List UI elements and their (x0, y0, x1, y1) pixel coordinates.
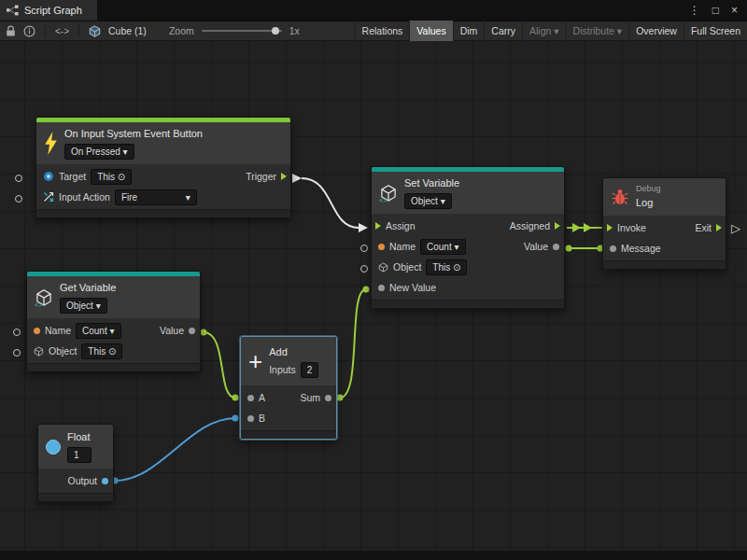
wire-endpoint (337, 395, 344, 401)
float-icon (46, 440, 61, 455)
variable-scope-dropdown[interactable]: Object ▾ (404, 193, 452, 209)
sum-port-dot[interactable] (325, 395, 331, 401)
value-port-dot[interactable] (553, 244, 559, 250)
dim-button[interactable]: Dim (453, 21, 485, 41)
node-title: Float (67, 430, 90, 444)
name-row: Name Count ▾ Value (372, 236, 564, 257)
zoom-label: Zoom (169, 25, 194, 36)
input-action-row: Input Action Fire ▾ (36, 187, 290, 207)
assigned-port[interactable] (555, 222, 560, 230)
trigger-port[interactable] (281, 173, 287, 180)
setvar-object-port[interactable] (360, 265, 368, 273)
wire-float-to-b[interactable] (115, 418, 235, 481)
target-row: Target This ⊙ Trigger (36, 166, 290, 187)
node-title: On Input System Event Button (64, 127, 203, 141)
wire-getvalue-to-a[interactable] (204, 332, 235, 398)
getvar-object-port[interactable] (13, 349, 21, 357)
wire-endpoint (233, 395, 239, 401)
invoke-port[interactable] (607, 224, 613, 231)
b-port-dot[interactable] (247, 415, 254, 422)
overview-button[interactable]: Overview (628, 21, 684, 41)
exit-port-arrow[interactable]: ▷ (731, 222, 740, 234)
assign-row: Assign Assigned (372, 216, 564, 236)
wire-endpoint (233, 415, 239, 422)
assign-port[interactable] (375, 222, 381, 230)
wire-trigger-to-assign[interactable] (302, 178, 359, 228)
new-value-port-dot[interactable] (378, 285, 385, 291)
new-value-row: New Value (372, 277, 564, 298)
event-action-port[interactable] (15, 195, 22, 203)
float-value-field[interactable]: 1 (67, 447, 92, 463)
script-graph-icon (7, 5, 19, 16)
object-label: Object (49, 345, 77, 357)
trigger-label: Trigger (246, 171, 276, 182)
node-get-variable[interactable]: <> Get Variable Object ▾ Name Count ▾ Va… (26, 271, 201, 372)
event-mode-dropdown[interactable]: On Pressed ▾ (64, 144, 134, 160)
expand-icon[interactable]: <-> (55, 26, 69, 36)
wire-arrow (292, 174, 302, 183)
info-icon[interactable] (23, 25, 35, 37)
object-cube-icon (34, 346, 44, 357)
node-float[interactable]: Float 1 Output (37, 424, 114, 502)
values-button[interactable]: Values (409, 21, 452, 41)
lock-icon[interactable] (6, 25, 16, 37)
wire-endpoint (566, 245, 572, 252)
caret-icon: ▾ (186, 191, 190, 203)
node-on-input-system-event[interactable]: On Input System Event Button On Pressed … (35, 117, 291, 218)
relations-button[interactable]: Relations (355, 21, 410, 41)
full-screen-button[interactable]: Full Screen (684, 21, 747, 41)
carry-button[interactable]: Carry (484, 21, 522, 41)
node-debug-log[interactable]: Debug Log Invoke Exit Message (602, 177, 726, 270)
node-set-variable[interactable]: <> Set Variable Object ▾ Assign Assigned… (371, 166, 565, 309)
name-dropdown[interactable]: Count ▾ (420, 239, 465, 255)
inputs-count-field[interactable]: 2 (301, 362, 319, 378)
assign-label: Assign (386, 220, 416, 231)
name-label: Name (389, 241, 416, 252)
object-chip[interactable]: This ⊙ (426, 259, 467, 275)
node-footer (603, 260, 726, 269)
align-button[interactable]: Align ▾ (522, 21, 566, 41)
zoom-slider[interactable] (202, 26, 282, 35)
getvar-name-port[interactable] (13, 329, 21, 336)
target-object-chip[interactable]: This ⊙ (91, 169, 132, 185)
name-port-dot[interactable] (34, 328, 40, 334)
value-port-dot[interactable] (189, 328, 195, 334)
wire-arrow (584, 223, 592, 232)
name-port-dot[interactable] (378, 244, 385, 250)
maximize-icon[interactable]: □ (712, 4, 719, 17)
tab-script-graph[interactable]: Script Graph (0, 0, 97, 21)
window-controls: ⋮ □ × (689, 0, 747, 21)
b-row: B (241, 408, 336, 428)
setvar-name-port[interactable] (360, 245, 368, 252)
object-chip[interactable]: This ⊙ (81, 343, 122, 359)
message-port-dot[interactable] (610, 245, 616, 252)
node-title: Add (269, 345, 288, 359)
distribute-button[interactable]: Distribute ▾ (566, 21, 629, 41)
node-title: Log (636, 196, 653, 210)
node-title: Set Variable (404, 176, 459, 190)
lightning-icon (44, 132, 58, 155)
graph-target-breadcrumb[interactable]: Cube (1) (108, 25, 147, 36)
input-action-icon (43, 191, 54, 203)
menu-icon[interactable]: ⋮ (689, 4, 700, 17)
bug-icon (611, 188, 629, 206)
toolbar-buttons: Relations Values Dim Carry Align ▾ Distr… (355, 21, 747, 41)
close-icon[interactable]: × (731, 4, 738, 17)
graph-canvas[interactable]: ▷ On Input System Event Button On Presse… (0, 41, 747, 551)
wire-sum-to-newvalue[interactable] (340, 289, 366, 398)
a-port-dot[interactable] (247, 395, 254, 401)
variable-scope-dropdown[interactable]: Object ▾ (60, 298, 107, 314)
zoom-slider-handle[interactable] (272, 27, 279, 35)
variable-cube-icon: <> (35, 288, 53, 307)
wire-arrow (572, 223, 581, 232)
input-action-label: Input Action (59, 191, 110, 203)
name-dropdown[interactable]: Count ▾ (76, 323, 120, 339)
event-target-port[interactable] (15, 175, 22, 182)
wire-endpoint (201, 329, 207, 336)
exit-port[interactable] (716, 224, 722, 231)
node-add[interactable]: + Add Inputs 2 A Sum B (240, 336, 337, 440)
node-footer (38, 493, 113, 501)
output-port-dot[interactable] (102, 478, 108, 484)
input-action-dropdown[interactable]: Fire ▾ (115, 189, 197, 205)
graph-toolbar: <-> Cube (1) Zoom 1x Relations Values Di… (0, 21, 747, 41)
